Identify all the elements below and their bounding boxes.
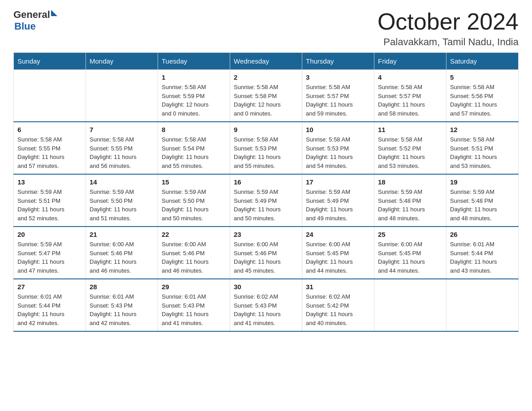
calendar-cell: 30Sunrise: 6:02 AM Sunset: 5:43 PM Dayli…: [230, 279, 302, 331]
day-info: Sunrise: 6:01 AM Sunset: 5:44 PM Dayligh…: [17, 292, 82, 327]
day-number: 5: [450, 73, 515, 81]
calendar-cell: 9Sunrise: 5:58 AM Sunset: 5:53 PM Daylig…: [230, 122, 302, 174]
month-title: October 2024: [378, 9, 519, 34]
day-number: 14: [90, 178, 154, 186]
calendar-week-row: 13Sunrise: 5:59 AM Sunset: 5:51 PM Dayli…: [14, 174, 519, 227]
calendar-week-row: 27Sunrise: 6:01 AM Sunset: 5:44 PM Dayli…: [14, 279, 519, 331]
calendar-cell: [446, 279, 519, 331]
day-info: Sunrise: 6:00 AM Sunset: 5:46 PM Dayligh…: [90, 240, 154, 275]
calendar-cell: 16Sunrise: 5:59 AM Sunset: 5:49 PM Dayli…: [230, 174, 302, 227]
day-info: Sunrise: 6:01 AM Sunset: 5:43 PM Dayligh…: [162, 292, 226, 327]
day-number: 9: [234, 126, 298, 133]
day-info: Sunrise: 5:59 AM Sunset: 5:49 PM Dayligh…: [306, 188, 370, 223]
day-info: Sunrise: 5:58 AM Sunset: 5:53 PM Dayligh…: [234, 135, 298, 170]
logo-blue: Blue: [14, 21, 36, 32]
calendar-cell: 6Sunrise: 5:58 AM Sunset: 5:55 PM Daylig…: [14, 122, 86, 174]
weekday-header-friday: Friday: [374, 53, 446, 70]
day-info: Sunrise: 5:59 AM Sunset: 5:47 PM Dayligh…: [17, 240, 82, 275]
calendar-week-row: 6Sunrise: 5:58 AM Sunset: 5:55 PM Daylig…: [14, 122, 519, 174]
calendar-cell: 3Sunrise: 5:58 AM Sunset: 5:57 PM Daylig…: [302, 70, 374, 122]
calendar-cell: [374, 279, 446, 331]
day-number: 16: [234, 178, 298, 186]
day-info: Sunrise: 6:00 AM Sunset: 5:45 PM Dayligh…: [306, 240, 370, 275]
day-info: Sunrise: 6:01 AM Sunset: 5:43 PM Dayligh…: [90, 292, 154, 327]
calendar-header-row: SundayMondayTuesdayWednesdayThursdayFrid…: [14, 53, 519, 70]
calendar-cell: 25Sunrise: 6:00 AM Sunset: 5:45 PM Dayli…: [374, 227, 446, 279]
calendar-cell: 14Sunrise: 5:59 AM Sunset: 5:50 PM Dayli…: [86, 174, 158, 227]
weekday-header-thursday: Thursday: [302, 53, 374, 70]
day-info: Sunrise: 5:58 AM Sunset: 5:52 PM Dayligh…: [378, 135, 442, 170]
day-info: Sunrise: 5:58 AM Sunset: 5:51 PM Dayligh…: [450, 135, 515, 170]
page-header: General Blue October 2024 Palavakkam, Ta…: [13, 9, 519, 48]
calendar-cell: 26Sunrise: 6:01 AM Sunset: 5:44 PM Dayli…: [446, 227, 519, 279]
calendar-cell: 21Sunrise: 6:00 AM Sunset: 5:46 PM Dayli…: [86, 227, 158, 279]
day-number: 24: [306, 231, 370, 238]
calendar-cell: 20Sunrise: 5:59 AM Sunset: 5:47 PM Dayli…: [14, 227, 86, 279]
calendar-cell: 23Sunrise: 6:00 AM Sunset: 5:46 PM Dayli…: [230, 227, 302, 279]
day-info: Sunrise: 5:58 AM Sunset: 5:55 PM Dayligh…: [17, 135, 82, 170]
day-info: Sunrise: 5:59 AM Sunset: 5:48 PM Dayligh…: [378, 188, 442, 223]
day-number: 28: [90, 283, 154, 291]
day-info: Sunrise: 5:58 AM Sunset: 5:54 PM Dayligh…: [162, 135, 226, 170]
day-info: Sunrise: 5:59 AM Sunset: 5:49 PM Dayligh…: [234, 188, 298, 223]
calendar-cell: 13Sunrise: 5:59 AM Sunset: 5:51 PM Dayli…: [14, 174, 86, 227]
day-number: 13: [17, 178, 82, 186]
day-number: 31: [306, 283, 370, 291]
calendar-week-row: 20Sunrise: 5:59 AM Sunset: 5:47 PM Dayli…: [14, 227, 519, 279]
day-number: 22: [162, 231, 226, 238]
day-info: Sunrise: 5:59 AM Sunset: 5:50 PM Dayligh…: [90, 188, 154, 223]
title-block: October 2024 Palavakkam, Tamil Nadu, Ind…: [378, 9, 519, 48]
day-number: 6: [17, 126, 82, 133]
day-number: 4: [378, 73, 442, 81]
weekday-header-saturday: Saturday: [446, 53, 519, 70]
day-number: 27: [17, 283, 82, 291]
day-info: Sunrise: 6:01 AM Sunset: 5:44 PM Dayligh…: [450, 240, 515, 275]
day-info: Sunrise: 6:02 AM Sunset: 5:43 PM Dayligh…: [234, 292, 298, 327]
day-info: Sunrise: 5:58 AM Sunset: 5:57 PM Dayligh…: [378, 83, 442, 118]
calendar-week-row: 1Sunrise: 5:58 AM Sunset: 5:59 PM Daylig…: [14, 70, 519, 122]
day-info: Sunrise: 5:59 AM Sunset: 5:48 PM Dayligh…: [450, 188, 515, 223]
day-info: Sunrise: 5:58 AM Sunset: 5:56 PM Dayligh…: [450, 83, 515, 118]
day-number: 20: [17, 231, 82, 238]
calendar-cell: 2Sunrise: 5:58 AM Sunset: 5:58 PM Daylig…: [230, 70, 302, 122]
calendar-cell: 4Sunrise: 5:58 AM Sunset: 5:57 PM Daylig…: [374, 70, 446, 122]
logo-general: General: [13, 9, 50, 21]
weekday-header-wednesday: Wednesday: [230, 53, 302, 70]
day-number: 23: [234, 231, 298, 238]
weekday-header-monday: Monday: [86, 53, 158, 70]
calendar-cell: 1Sunrise: 5:58 AM Sunset: 5:59 PM Daylig…: [158, 70, 230, 122]
day-info: Sunrise: 5:58 AM Sunset: 5:53 PM Dayligh…: [306, 135, 370, 170]
calendar-cell: [14, 70, 86, 122]
day-number: 15: [162, 178, 226, 186]
day-info: Sunrise: 6:00 AM Sunset: 5:46 PM Dayligh…: [234, 240, 298, 275]
day-info: Sunrise: 6:00 AM Sunset: 5:45 PM Dayligh…: [378, 240, 442, 275]
calendar-cell: 17Sunrise: 5:59 AM Sunset: 5:49 PM Dayli…: [302, 174, 374, 227]
day-number: 1: [162, 73, 226, 81]
day-number: 25: [378, 231, 442, 238]
calendar-cell: 24Sunrise: 6:00 AM Sunset: 5:45 PM Dayli…: [302, 227, 374, 279]
location-title: Palavakkam, Tamil Nadu, India: [378, 36, 519, 48]
day-number: 21: [90, 231, 154, 238]
day-number: 30: [234, 283, 298, 291]
day-info: Sunrise: 6:00 AM Sunset: 5:46 PM Dayligh…: [162, 240, 226, 275]
calendar-cell: 22Sunrise: 6:00 AM Sunset: 5:46 PM Dayli…: [158, 227, 230, 279]
calendar-cell: 5Sunrise: 5:58 AM Sunset: 5:56 PM Daylig…: [446, 70, 519, 122]
weekday-header-tuesday: Tuesday: [158, 53, 230, 70]
day-info: Sunrise: 5:58 AM Sunset: 5:59 PM Dayligh…: [162, 83, 226, 118]
day-info: Sunrise: 5:58 AM Sunset: 5:57 PM Dayligh…: [306, 83, 370, 118]
calendar-cell: 15Sunrise: 5:59 AM Sunset: 5:50 PM Dayli…: [158, 174, 230, 227]
day-number: 11: [378, 126, 442, 133]
day-number: 26: [450, 231, 515, 238]
day-number: 7: [90, 126, 154, 133]
day-number: 10: [306, 126, 370, 133]
logo: General Blue: [13, 9, 57, 32]
day-number: 19: [450, 178, 515, 186]
logo-triangle-icon: [51, 10, 57, 16]
calendar-cell: 29Sunrise: 6:01 AM Sunset: 5:43 PM Dayli…: [158, 279, 230, 331]
calendar-cell: 27Sunrise: 6:01 AM Sunset: 5:44 PM Dayli…: [14, 279, 86, 331]
day-number: 8: [162, 126, 226, 133]
calendar-cell: 12Sunrise: 5:58 AM Sunset: 5:51 PM Dayli…: [446, 122, 519, 174]
calendar-table: SundayMondayTuesdayWednesdayThursdayFrid…: [13, 52, 519, 332]
day-info: Sunrise: 5:59 AM Sunset: 5:51 PM Dayligh…: [17, 188, 82, 223]
day-number: 3: [306, 73, 370, 81]
